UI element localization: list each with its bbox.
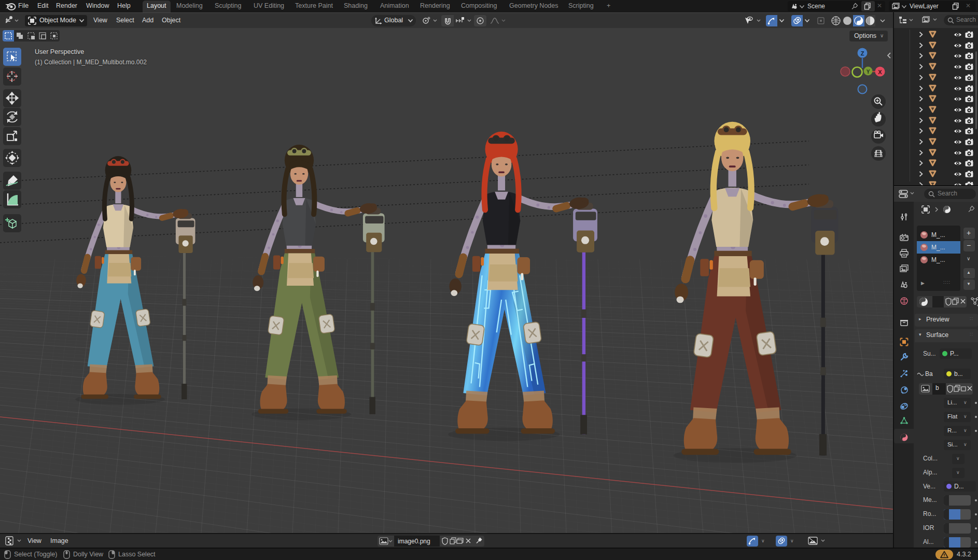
svg-text:Y: Y [867,69,870,75]
svg-text:X: X [878,69,882,75]
svg-text:Z: Z [861,50,864,57]
